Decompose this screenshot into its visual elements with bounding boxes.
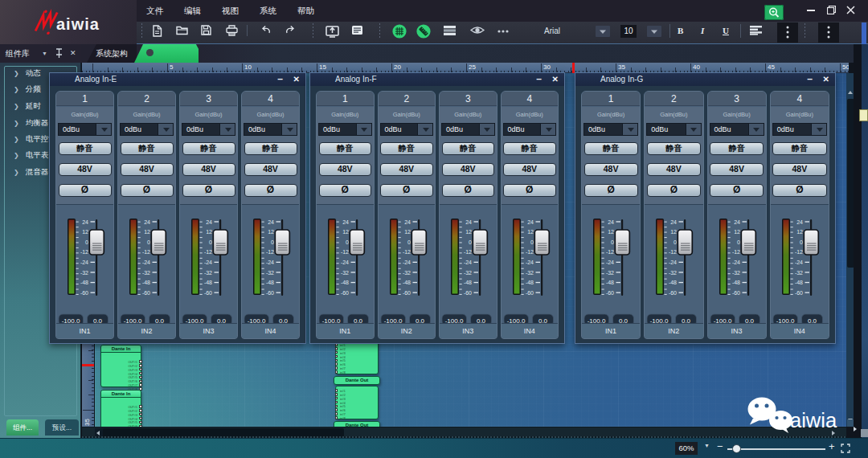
svg-text:-12: -12 <box>266 249 274 255</box>
svg-text:-60: -60 <box>525 290 533 296</box>
svg-text:-60: -60 <box>731 290 739 296</box>
svg-text:-24: -24 <box>402 260 410 265</box>
svg-text:-32: -32 <box>795 270 803 276</box>
svg-text:12: 12 <box>734 229 740 235</box>
svg-text:-24: -24 <box>80 260 88 265</box>
svg-text:24: 24 <box>144 219 150 225</box>
svg-text:-24: -24 <box>731 260 739 265</box>
svg-text:-48: -48 <box>341 280 349 285</box>
svg-text:-32: -32 <box>341 270 349 276</box>
svg-text:12: 12 <box>670 229 677 235</box>
svg-text:-24: -24 <box>266 260 274 265</box>
svg-text:-24: -24 <box>795 260 803 265</box>
svg-text:-32: -32 <box>669 270 677 276</box>
svg-text:12: 12 <box>465 229 472 235</box>
svg-text:-24: -24 <box>669 260 677 265</box>
svg-text:-48: -48 <box>464 280 472 285</box>
svg-text:-12: -12 <box>464 249 472 255</box>
svg-text:-12: -12 <box>731 249 739 255</box>
svg-text:-60: -60 <box>142 290 150 296</box>
svg-text:24: 24 <box>527 219 534 225</box>
svg-text:12: 12 <box>206 229 212 235</box>
svg-text:24: 24 <box>268 219 274 225</box>
svg-text:-48: -48 <box>669 280 677 285</box>
svg-text:-48: -48 <box>795 280 803 285</box>
svg-text:0: 0 <box>271 239 274 245</box>
svg-text:-32: -32 <box>402 270 410 276</box>
svg-text:-12: -12 <box>795 249 803 255</box>
svg-text:-24: -24 <box>204 260 212 265</box>
svg-text:0: 0 <box>209 239 212 245</box>
svg-text:0: 0 <box>85 239 88 245</box>
svg-text:-60: -60 <box>669 290 677 296</box>
svg-text:-12: -12 <box>402 249 410 255</box>
svg-text:-12: -12 <box>80 249 88 255</box>
svg-text:24: 24 <box>608 219 614 225</box>
svg-text:-32: -32 <box>80 270 88 276</box>
svg-text:24: 24 <box>206 219 212 225</box>
svg-text:24: 24 <box>404 219 411 225</box>
svg-text:0: 0 <box>800 239 803 245</box>
svg-text:-48: -48 <box>606 280 614 285</box>
svg-text:0: 0 <box>147 239 150 245</box>
svg-text:12: 12 <box>82 229 88 235</box>
svg-text:0: 0 <box>611 239 614 245</box>
svg-text:-60: -60 <box>402 290 410 296</box>
svg-text:-60: -60 <box>795 290 803 296</box>
svg-text:-60: -60 <box>204 290 212 296</box>
svg-text:-60: -60 <box>80 290 88 296</box>
svg-text:-12: -12 <box>606 249 614 255</box>
svg-text:-32: -32 <box>731 270 739 276</box>
svg-text:-60: -60 <box>341 290 349 296</box>
svg-text:-48: -48 <box>204 280 212 285</box>
svg-text:-48: -48 <box>731 280 739 285</box>
svg-text:24: 24 <box>465 219 472 225</box>
svg-text:-12: -12 <box>341 249 349 255</box>
svg-text:0: 0 <box>530 239 534 245</box>
svg-text:-32: -32 <box>142 270 150 276</box>
svg-text:-60: -60 <box>464 290 472 296</box>
svg-text:-24: -24 <box>525 260 533 265</box>
svg-text:-12: -12 <box>669 249 677 255</box>
svg-text:-32: -32 <box>606 270 614 276</box>
svg-text:aiwia: aiwia <box>56 15 100 33</box>
svg-text:0: 0 <box>407 239 411 245</box>
svg-text:0: 0 <box>469 239 472 245</box>
svg-text:-24: -24 <box>464 260 472 265</box>
svg-text:-48: -48 <box>402 280 410 285</box>
svg-text:-24: -24 <box>606 260 614 265</box>
svg-text:-48: -48 <box>142 280 150 285</box>
svg-text:-24: -24 <box>142 260 150 265</box>
svg-text:-32: -32 <box>204 270 212 276</box>
svg-text:0: 0 <box>346 239 349 245</box>
svg-text:12: 12 <box>796 229 803 235</box>
svg-text:24: 24 <box>670 219 677 225</box>
svg-text:-60: -60 <box>606 290 614 296</box>
svg-text:24: 24 <box>342 219 349 225</box>
svg-text:-48: -48 <box>525 280 533 285</box>
svg-text:aiwia: aiwia <box>790 409 837 431</box>
svg-text:24: 24 <box>796 219 803 225</box>
svg-text:-48: -48 <box>80 280 88 285</box>
svg-text:12: 12 <box>144 229 150 235</box>
svg-text:12: 12 <box>404 229 411 235</box>
svg-text:-48: -48 <box>266 280 274 285</box>
svg-text:12: 12 <box>342 229 349 235</box>
svg-text:24: 24 <box>82 219 88 225</box>
svg-text:-32: -32 <box>525 270 533 276</box>
svg-text:0: 0 <box>737 239 740 245</box>
svg-text:-12: -12 <box>204 249 212 255</box>
svg-text:12: 12 <box>527 229 534 235</box>
svg-text:0: 0 <box>674 239 677 245</box>
svg-text:-12: -12 <box>142 249 150 255</box>
svg-text:-12: -12 <box>525 249 533 255</box>
svg-text:24: 24 <box>734 219 740 225</box>
svg-text:12: 12 <box>608 229 614 235</box>
svg-text:-32: -32 <box>464 270 472 276</box>
svg-text:12: 12 <box>268 229 274 235</box>
svg-text:-24: -24 <box>341 260 349 265</box>
svg-text:-32: -32 <box>266 270 274 276</box>
svg-text:-60: -60 <box>266 290 274 296</box>
